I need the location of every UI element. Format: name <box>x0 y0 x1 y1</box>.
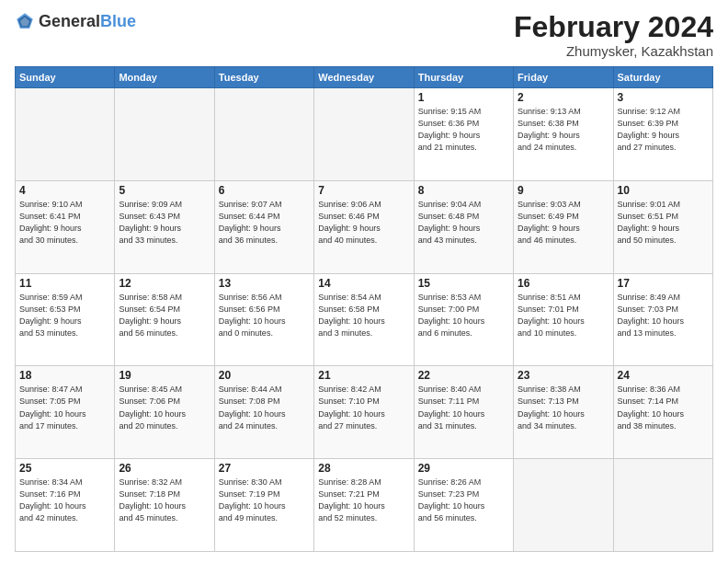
header: General Blue February 2024 Zhumysker, Ka… <box>15 11 713 59</box>
calendar-cell: 29Sunrise: 8:26 AM Sunset: 7:23 PM Dayli… <box>414 459 513 552</box>
day-info: Sunrise: 8:38 AM Sunset: 7:13 PM Dayligh… <box>518 384 609 431</box>
calendar-cell <box>613 459 712 552</box>
day-number: 15 <box>418 277 509 290</box>
calendar-cell: 22Sunrise: 8:40 AM Sunset: 7:11 PM Dayli… <box>414 366 513 459</box>
calendar-cell: 18Sunrise: 8:47 AM Sunset: 7:05 PM Dayli… <box>16 366 115 459</box>
calendar-cell: 3Sunrise: 9:12 AM Sunset: 6:39 PM Daylig… <box>613 88 712 181</box>
day-info: Sunrise: 9:04 AM Sunset: 6:48 PM Dayligh… <box>418 199 509 247</box>
day-info: Sunrise: 8:47 AM Sunset: 7:05 PM Dayligh… <box>19 384 110 431</box>
weekday-header-cell: Wednesday <box>314 67 414 88</box>
page: General Blue February 2024 Zhumysker, Ka… <box>0 0 728 563</box>
calendar-week-row: 1Sunrise: 9:15 AM Sunset: 6:36 PM Daylig… <box>16 88 713 181</box>
day-info: Sunrise: 8:42 AM Sunset: 7:10 PM Dayligh… <box>318 384 409 431</box>
day-number: 29 <box>418 462 509 475</box>
day-info: Sunrise: 8:40 AM Sunset: 7:11 PM Dayligh… <box>418 384 509 431</box>
day-info: Sunrise: 9:15 AM Sunset: 6:36 PM Dayligh… <box>418 106 509 154</box>
calendar-cell <box>115 88 214 181</box>
day-info: Sunrise: 8:49 AM Sunset: 7:03 PM Dayligh… <box>618 292 709 339</box>
calendar-week-row: 4Sunrise: 9:10 AM Sunset: 6:41 PM Daylig… <box>16 180 713 273</box>
calendar-cell <box>16 88 115 181</box>
calendar-cell <box>214 88 313 181</box>
day-info: Sunrise: 9:01 AM Sunset: 6:51 PM Dayligh… <box>618 199 709 247</box>
day-info: Sunrise: 8:28 AM Sunset: 7:21 PM Dayligh… <box>318 477 409 524</box>
calendar-cell: 12Sunrise: 8:58 AM Sunset: 6:54 PM Dayli… <box>115 273 214 366</box>
day-info: Sunrise: 8:32 AM Sunset: 7:18 PM Dayligh… <box>119 477 210 524</box>
calendar-table: SundayMondayTuesdayWednesdayThursdayFrid… <box>15 66 713 552</box>
day-number: 6 <box>219 184 310 197</box>
logo-blue: Blue <box>100 13 136 29</box>
calendar-cell: 19Sunrise: 8:45 AM Sunset: 7:06 PM Dayli… <box>115 366 214 459</box>
day-info: Sunrise: 9:10 AM Sunset: 6:41 PM Dayligh… <box>19 199 110 247</box>
day-number: 3 <box>618 91 709 104</box>
day-number: 26 <box>119 462 210 475</box>
weekday-header-cell: Saturday <box>613 67 712 88</box>
weekday-header-cell: Monday <box>115 67 214 88</box>
day-info: Sunrise: 8:36 AM Sunset: 7:14 PM Dayligh… <box>618 384 709 431</box>
day-number: 24 <box>618 369 709 382</box>
day-info: Sunrise: 9:09 AM Sunset: 6:43 PM Dayligh… <box>119 199 210 247</box>
calendar-cell: 2Sunrise: 9:13 AM Sunset: 6:38 PM Daylig… <box>514 88 613 181</box>
day-info: Sunrise: 9:03 AM Sunset: 6:49 PM Dayligh… <box>518 199 609 247</box>
day-info: Sunrise: 8:51 AM Sunset: 7:01 PM Dayligh… <box>518 292 609 339</box>
calendar-week-row: 25Sunrise: 8:34 AM Sunset: 7:16 PM Dayli… <box>16 459 713 552</box>
weekday-header-cell: Tuesday <box>214 67 313 88</box>
day-number: 4 <box>19 184 110 197</box>
day-number: 12 <box>119 277 210 290</box>
day-info: Sunrise: 8:34 AM Sunset: 7:16 PM Dayligh… <box>19 477 110 524</box>
day-info: Sunrise: 8:26 AM Sunset: 7:23 PM Dayligh… <box>418 477 509 524</box>
day-info: Sunrise: 8:45 AM Sunset: 7:06 PM Dayligh… <box>119 384 210 431</box>
weekday-header: SundayMondayTuesdayWednesdayThursdayFrid… <box>16 67 713 88</box>
day-number: 16 <box>518 277 609 290</box>
day-number: 27 <box>219 462 310 475</box>
day-info: Sunrise: 8:59 AM Sunset: 6:53 PM Dayligh… <box>19 292 110 339</box>
day-number: 10 <box>618 184 709 197</box>
calendar-cell: 15Sunrise: 8:53 AM Sunset: 7:00 PM Dayli… <box>414 273 513 366</box>
logo-text: General Blue <box>39 13 136 29</box>
day-info: Sunrise: 9:07 AM Sunset: 6:44 PM Dayligh… <box>219 199 310 247</box>
day-number: 11 <box>19 277 110 290</box>
calendar-week-row: 11Sunrise: 8:59 AM Sunset: 6:53 PM Dayli… <box>16 273 713 366</box>
logo-general: General <box>39 13 100 29</box>
day-number: 2 <box>518 91 609 104</box>
calendar-cell: 27Sunrise: 8:30 AM Sunset: 7:19 PM Dayli… <box>214 459 313 552</box>
calendar-cell: 24Sunrise: 8:36 AM Sunset: 7:14 PM Dayli… <box>613 366 712 459</box>
day-number: 1 <box>418 91 509 104</box>
calendar-cell: 20Sunrise: 8:44 AM Sunset: 7:08 PM Dayli… <box>214 366 313 459</box>
weekday-header-cell: Friday <box>514 67 613 88</box>
calendar-cell <box>314 88 414 181</box>
day-number: 18 <box>19 369 110 382</box>
calendar-cell: 6Sunrise: 9:07 AM Sunset: 6:44 PM Daylig… <box>214 180 313 273</box>
calendar-cell: 21Sunrise: 8:42 AM Sunset: 7:10 PM Dayli… <box>314 366 414 459</box>
calendar-cell: 28Sunrise: 8:28 AM Sunset: 7:21 PM Dayli… <box>314 459 414 552</box>
calendar-body: 1Sunrise: 9:15 AM Sunset: 6:36 PM Daylig… <box>16 88 713 552</box>
calendar-cell: 13Sunrise: 8:56 AM Sunset: 6:56 PM Dayli… <box>214 273 313 366</box>
day-number: 7 <box>318 184 409 197</box>
day-info: Sunrise: 8:53 AM Sunset: 7:00 PM Dayligh… <box>418 292 509 339</box>
day-info: Sunrise: 8:58 AM Sunset: 6:54 PM Dayligh… <box>119 292 210 339</box>
calendar-cell: 16Sunrise: 8:51 AM Sunset: 7:01 PM Dayli… <box>514 273 613 366</box>
calendar-cell: 10Sunrise: 9:01 AM Sunset: 6:51 PM Dayli… <box>613 180 712 273</box>
day-number: 28 <box>318 462 409 475</box>
day-number: 17 <box>618 277 709 290</box>
day-info: Sunrise: 9:13 AM Sunset: 6:38 PM Dayligh… <box>518 106 609 154</box>
logo-icon <box>15 11 35 31</box>
calendar-cell: 25Sunrise: 8:34 AM Sunset: 7:16 PM Dayli… <box>16 459 115 552</box>
day-info: Sunrise: 9:06 AM Sunset: 6:46 PM Dayligh… <box>318 199 409 247</box>
calendar-cell: 8Sunrise: 9:04 AM Sunset: 6:48 PM Daylig… <box>414 180 513 273</box>
calendar-cell: 9Sunrise: 9:03 AM Sunset: 6:49 PM Daylig… <box>514 180 613 273</box>
day-number: 21 <box>318 369 409 382</box>
day-info: Sunrise: 8:56 AM Sunset: 6:56 PM Dayligh… <box>219 292 310 339</box>
calendar-cell: 14Sunrise: 8:54 AM Sunset: 6:58 PM Dayli… <box>314 273 414 366</box>
day-info: Sunrise: 8:30 AM Sunset: 7:19 PM Dayligh… <box>219 477 310 524</box>
calendar-cell: 17Sunrise: 8:49 AM Sunset: 7:03 PM Dayli… <box>613 273 712 366</box>
day-number: 25 <box>19 462 110 475</box>
day-number: 14 <box>318 277 409 290</box>
day-number: 20 <box>219 369 310 382</box>
calendar-cell: 23Sunrise: 8:38 AM Sunset: 7:13 PM Dayli… <box>514 366 613 459</box>
calendar-cell: 4Sunrise: 9:10 AM Sunset: 6:41 PM Daylig… <box>16 180 115 273</box>
day-number: 23 <box>518 369 609 382</box>
day-number: 19 <box>119 369 210 382</box>
calendar-week-row: 18Sunrise: 8:47 AM Sunset: 7:05 PM Dayli… <box>16 366 713 459</box>
calendar-cell: 7Sunrise: 9:06 AM Sunset: 6:46 PM Daylig… <box>314 180 414 273</box>
day-number: 5 <box>119 184 210 197</box>
